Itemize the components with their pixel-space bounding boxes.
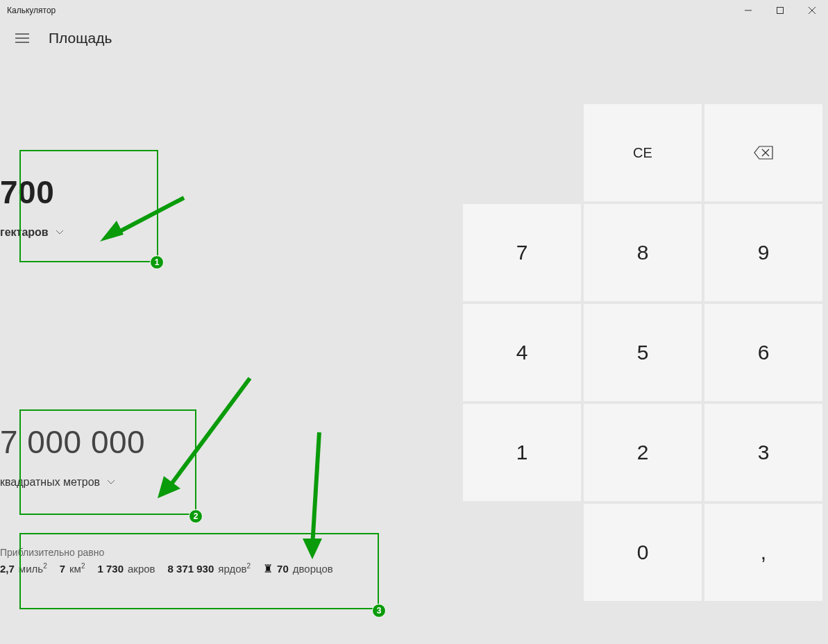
svg-marker-7 xyxy=(754,146,772,159)
backspace-icon xyxy=(754,146,773,160)
numpad-0[interactable]: 0 xyxy=(584,504,702,601)
numpad-1[interactable]: 1 xyxy=(463,404,581,501)
approx-items: 2,7 миль2 7 км2 1 730 акров 8 371 930 яр… xyxy=(0,562,333,575)
window-minimize-button[interactable] xyxy=(732,0,764,21)
output-value[interactable]: 7 000 000 xyxy=(0,423,145,461)
output-unit-dropdown[interactable]: квадратных метров xyxy=(0,476,115,489)
numpad-4[interactable]: 4 xyxy=(463,304,581,401)
approx-item: 2,7 миль2 xyxy=(0,562,47,575)
chevron-down-icon xyxy=(107,477,115,487)
output-unit-label: квадратных метров xyxy=(0,476,100,489)
numpad-decimal[interactable]: , xyxy=(704,504,822,601)
keypad-empty xyxy=(463,504,581,601)
numpad-7[interactable]: 7 xyxy=(463,204,581,301)
approx-item: ♜ 70 дворцов xyxy=(263,562,333,575)
chevron-down-icon xyxy=(56,228,64,237)
castle-icon: ♜ xyxy=(263,562,273,575)
approx-item: 1 730 акров xyxy=(97,563,155,575)
input-value[interactable]: 700 xyxy=(0,173,64,211)
approx-item: 8 371 930 ярдов2 xyxy=(168,562,251,575)
backspace-button[interactable] xyxy=(704,104,822,201)
window-maximize-button[interactable] xyxy=(764,0,796,21)
approx-item: 7 км2 xyxy=(60,562,85,575)
svg-rect-1 xyxy=(777,8,784,14)
numpad-2[interactable]: 2 xyxy=(584,404,702,501)
numpad-5[interactable]: 5 xyxy=(584,304,702,401)
window-close-button[interactable] xyxy=(796,0,828,21)
numpad-9[interactable]: 9 xyxy=(704,204,822,301)
numpad-8[interactable]: 8 xyxy=(584,204,702,301)
approx-label: Приблизительно равно xyxy=(0,547,333,558)
hamburger-menu-button[interactable] xyxy=(8,24,36,52)
numpad-3[interactable]: 3 xyxy=(704,404,822,501)
keypad-empty xyxy=(463,104,581,201)
input-unit-dropdown[interactable]: гектаров xyxy=(0,226,64,239)
numpad-6[interactable]: 6 xyxy=(704,304,822,401)
clear-entry-button[interactable]: CE xyxy=(584,104,702,201)
input-unit-label: гектаров xyxy=(0,226,49,239)
window-title: Калькулятор xyxy=(7,6,56,15)
page-title: Площадь xyxy=(49,30,112,46)
